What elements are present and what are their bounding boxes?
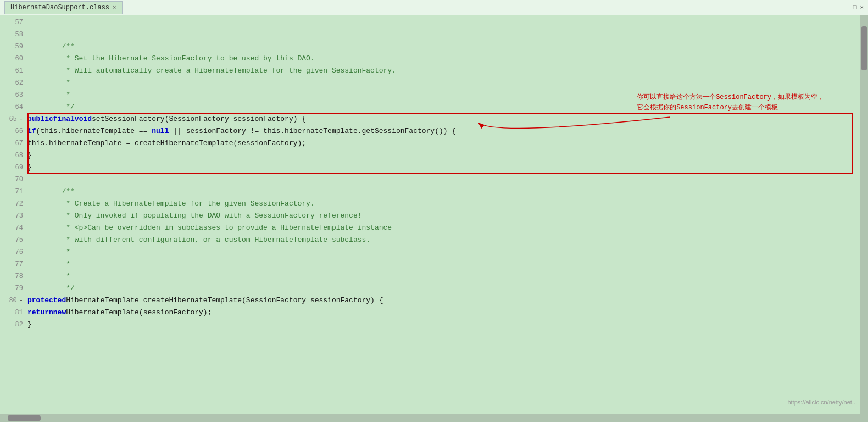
code-line: this.hibernateTemplate = createHibernate… <box>27 137 860 149</box>
line-number-80: 80 <box>4 295 23 307</box>
code-line: * <box>27 258 860 270</box>
h-scrollbar-thumb[interactable] <box>8 415 41 421</box>
line-number-82: 82 <box>4 319 23 331</box>
line-number-79: 79 <box>4 282 23 295</box>
line-number-61: 61 <box>4 65 23 77</box>
code-line: * <box>27 270 860 282</box>
code-line <box>27 16 860 29</box>
code-line <box>27 174 860 186</box>
line-number-74: 74 <box>4 222 23 234</box>
line-number-59: 59 <box>4 41 23 53</box>
horizontal-scrollbar[interactable] <box>0 414 868 422</box>
code-line: } <box>27 319 860 331</box>
code-line: } <box>27 162 860 174</box>
code-line: * Create a HibernateTemplate for the giv… <box>27 198 860 210</box>
line-number-71: 71 <box>4 186 23 198</box>
editor-wrapper: 5758596061626364656667686970717273747576… <box>0 15 868 414</box>
line-number-60: 60 <box>4 53 23 65</box>
line-number-62: 62 <box>4 77 23 89</box>
line-number-72: 72 <box>4 198 23 210</box>
code-line: } <box>27 149 860 162</box>
line-number-77: 77 <box>4 258 23 270</box>
line-number-69: 69 <box>4 162 23 174</box>
code-line: * <p>Can be overridden in subclasses to … <box>27 222 860 234</box>
vertical-scrollbar[interactable] <box>860 15 868 414</box>
minimize-button[interactable]: — <box>846 4 850 11</box>
code-line: * <box>27 246 860 258</box>
code-line: return new HibernateTemplate(sessionFact… <box>27 307 860 319</box>
line-number-76: 76 <box>4 246 23 258</box>
code-line: * with different configuration, or a cus… <box>27 234 860 246</box>
line-numbers-gutter: 5758596061626364656667686970717273747576… <box>0 15 27 414</box>
code-line: * <box>27 77 860 89</box>
code-line: * Set the Hibernate SessionFactory to be… <box>27 53 860 65</box>
tab-close-button[interactable]: × <box>113 4 116 11</box>
watermark: https://alicic.cn/netty/net... <box>787 399 857 406</box>
code-line: */ <box>27 282 860 295</box>
line-number-67: 67 <box>4 137 23 149</box>
line-number-58: 58 <box>4 29 23 41</box>
line-number-75: 75 <box>4 234 23 246</box>
code-line: /** <box>27 41 860 53</box>
line-number-65: 65 <box>4 113 23 125</box>
code-line: /** <box>27 186 860 198</box>
editor-tab[interactable]: HibernateDaoSupport.class × <box>4 1 123 14</box>
tab-title: HibernateDaoSupport.class <box>10 4 109 12</box>
line-number-73: 73 <box>4 210 23 222</box>
code-line: * Only invoked if populating the DAO wit… <box>27 210 860 222</box>
code-content[interactable]: /** * Set the Hibernate SessionFactory t… <box>27 15 860 414</box>
main-window: HibernateDaoSupport.class × — □ × 575859… <box>0 0 868 422</box>
code-line: protected HibernateTemplate createHibern… <box>27 295 860 307</box>
line-number-78: 78 <box>4 270 23 282</box>
editor-area: 5758596061626364656667686970717273747576… <box>0 15 868 414</box>
code-line: public final void setSessionFactory(Sess… <box>27 113 860 125</box>
title-bar: HibernateDaoSupport.class × — □ × <box>0 0 868 15</box>
line-number-64: 64 <box>4 101 23 113</box>
maximize-button[interactable]: □ <box>853 4 857 11</box>
line-number-66: 66 <box>4 125 23 137</box>
code-line <box>27 29 860 41</box>
line-number-70: 70 <box>4 174 23 186</box>
line-number-63: 63 <box>4 89 23 101</box>
line-number-81: 81 <box>4 307 23 319</box>
window-controls: — □ × <box>846 4 864 11</box>
code-line: * <box>27 89 860 101</box>
close-button[interactable]: × <box>860 4 864 11</box>
scrollbar-thumb[interactable] <box>861 26 867 70</box>
line-number-57: 57 <box>4 16 23 29</box>
code-line: * Will automatically create a HibernateT… <box>27 65 860 77</box>
line-number-68: 68 <box>4 149 23 162</box>
code-line: */ <box>27 101 860 113</box>
code-line: if (this.hibernateTemplate == null || se… <box>27 125 860 137</box>
